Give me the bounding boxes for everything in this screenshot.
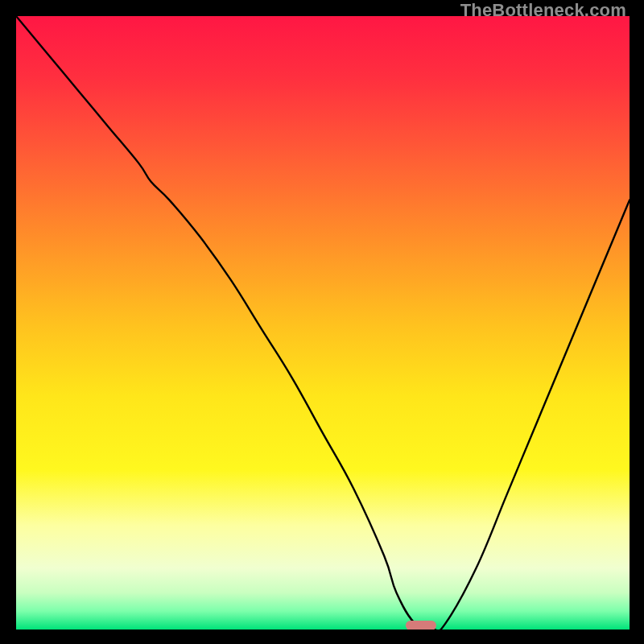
bottleneck-chart bbox=[16, 16, 630, 630]
watermark-text: TheBottleneck.com bbox=[460, 0, 626, 21]
gradient-background bbox=[16, 16, 630, 630]
optimal-marker bbox=[406, 621, 436, 630]
chart-frame bbox=[16, 16, 630, 630]
